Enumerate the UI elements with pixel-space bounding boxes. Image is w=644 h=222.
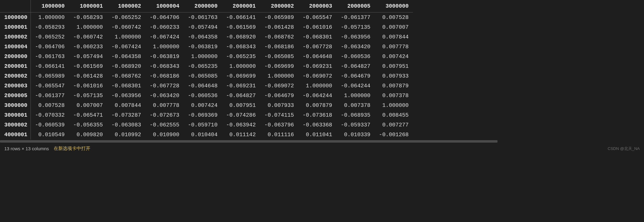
table-row: 2000001-0.066141-0.061569-0.068920-0.068… [0, 61, 413, 71]
cell-value: 0.007424 [184, 100, 222, 110]
column-header: 2000001 [222, 0, 260, 13]
row-header: 3000002 [0, 120, 31, 130]
cell-value: -0.068301 [298, 32, 336, 42]
row-header: 2000002 [0, 71, 31, 81]
cell-value: -0.064679 [336, 71, 374, 81]
cell-value: -0.063819 [184, 42, 222, 52]
cell-value: -0.069072 [298, 71, 336, 81]
cell-value: 0.008455 [375, 110, 413, 120]
cell-value: -0.068301 [107, 81, 145, 91]
cell-value: 0.010549 [31, 130, 69, 140]
cell-value: -0.060742 [107, 22, 145, 32]
table-row: 2000003-0.065547-0.061016-0.068301-0.067… [0, 81, 413, 91]
cell-value: -0.064827 [222, 91, 260, 100]
cell-value: 0.007951 [222, 100, 260, 110]
cell-value: -0.067728 [298, 42, 336, 52]
cell-value: -0.065252 [31, 32, 69, 42]
cell-value: 0.010992 [107, 130, 145, 140]
open-in-new-tab-link[interactable]: 在新选项卡中打开 [54, 146, 90, 151]
cell-value: -0.069369 [184, 110, 222, 120]
cell-value: -0.067728 [145, 81, 183, 91]
cell-value: -0.065235 [184, 61, 222, 71]
cell-value: 0.011142 [222, 130, 260, 140]
cell-value: -0.068762 [107, 71, 145, 81]
cell-value: 1.000000 [69, 22, 107, 32]
cell-value: -0.063420 [145, 91, 183, 100]
cell-value: -0.060536 [184, 91, 222, 100]
cell-value: -0.068343 [222, 42, 260, 52]
row-header: 2000000 [0, 52, 31, 61]
table-row: 3000001-0.070332-0.065471-0.073287-0.072… [0, 110, 413, 120]
table-header: 1000000100000110000021000004200000020000… [0, 0, 413, 13]
row-col-summary: 13 rows × 13 columns [4, 146, 49, 151]
column-header: 2000005 [336, 0, 374, 13]
cell-value: -0.068343 [145, 61, 183, 71]
cell-value: -0.066141 [31, 61, 69, 71]
cell-value: -0.064648 [184, 81, 222, 91]
cell-value: 0.007778 [145, 100, 183, 110]
cell-value: -0.063796 [260, 120, 298, 130]
cell-value: 0.007844 [107, 100, 145, 110]
column-header: 3000000 [375, 0, 413, 13]
cell-value: -0.074286 [222, 110, 260, 120]
cell-value: -0.065085 [260, 52, 298, 61]
table-scroll-area[interactable]: 1000000100000110000021000004200000020000… [0, 0, 644, 140]
dataframe-output: 1000000100000110000021000004200000020000… [0, 0, 644, 154]
cell-value: 0.007007 [69, 100, 107, 110]
row-header: 3000001 [0, 110, 31, 120]
cell-value: -0.068186 [145, 71, 183, 81]
cell-value: -0.057494 [184, 22, 222, 32]
column-header: 1000002 [107, 0, 145, 13]
table-row: 1000004-0.064706-0.060233-0.0674241.0000… [0, 42, 413, 52]
cell-value: 1.000000 [260, 71, 298, 81]
cell-value: 0.009820 [69, 130, 107, 140]
cell-value: -0.061763 [31, 52, 69, 61]
table-row: 10000001.000000-0.058293-0.065252-0.0647… [0, 13, 413, 23]
cell-value: -0.064706 [31, 42, 69, 52]
cell-value: 0.007378 [375, 91, 413, 100]
cell-value: 1.000000 [107, 32, 145, 42]
cell-value: 0.007879 [375, 81, 413, 91]
row-header: 1000000 [0, 13, 31, 23]
row-header: 4000001 [0, 130, 31, 140]
cell-value: -0.060536 [336, 52, 374, 61]
cell-value: -0.065989 [260, 13, 298, 23]
cell-value: -0.061569 [222, 22, 260, 32]
cell-value: -0.063942 [222, 120, 260, 130]
cell-value: 0.010404 [184, 130, 222, 140]
watermark-text: CSDN @北天_NA [608, 146, 640, 151]
cell-value: -0.064358 [107, 52, 145, 61]
row-header: 2000005 [0, 91, 31, 100]
table-row: 1000001-0.0582931.000000-0.060742-0.0602… [0, 22, 413, 32]
cell-value: 0.007951 [375, 61, 413, 71]
cell-value: -0.061016 [69, 81, 107, 91]
cell-value: -0.064679 [260, 91, 298, 100]
cell-value: -0.066141 [222, 13, 260, 23]
row-header: 2000001 [0, 61, 31, 71]
row-header: 3000000 [0, 100, 31, 110]
output-footer: 13 rows × 13 columns 在新选项卡中打开 CSDN @北天_N… [0, 143, 644, 154]
cell-value: -0.060742 [69, 32, 107, 42]
cell-value: -0.064706 [145, 13, 183, 23]
horizontal-scrollbar-thumb[interactable] [0, 140, 497, 143]
cell-value: 0.007528 [375, 13, 413, 23]
cell-value: -0.064648 [298, 52, 336, 61]
cell-value: -0.064827 [336, 61, 374, 71]
cell-value: -0.059710 [184, 120, 222, 130]
cell-value: -0.060539 [31, 120, 69, 130]
cell-value: -0.056355 [69, 120, 107, 130]
cell-value: -0.068186 [260, 42, 298, 52]
table-row: 2000002-0.065989-0.061428-0.068762-0.068… [0, 71, 413, 81]
cell-value: -0.061763 [184, 13, 222, 23]
cell-value: 1.000000 [375, 100, 413, 110]
cell-value: -0.069072 [260, 81, 298, 91]
cell-value: -0.065547 [31, 81, 69, 91]
table-row: 40000010.0105490.0098200.0109920.0109000… [0, 130, 413, 140]
correlation-table: 1000000100000110000021000004200000020000… [0, 0, 413, 140]
cell-value: -0.057135 [336, 22, 374, 32]
cell-value: -0.058293 [31, 22, 69, 32]
cell-value: -0.057494 [69, 52, 107, 61]
cell-value: 0.007778 [375, 42, 413, 52]
cell-value: -0.065085 [184, 71, 222, 81]
horizontal-scrollbar-track[interactable] [0, 140, 644, 143]
